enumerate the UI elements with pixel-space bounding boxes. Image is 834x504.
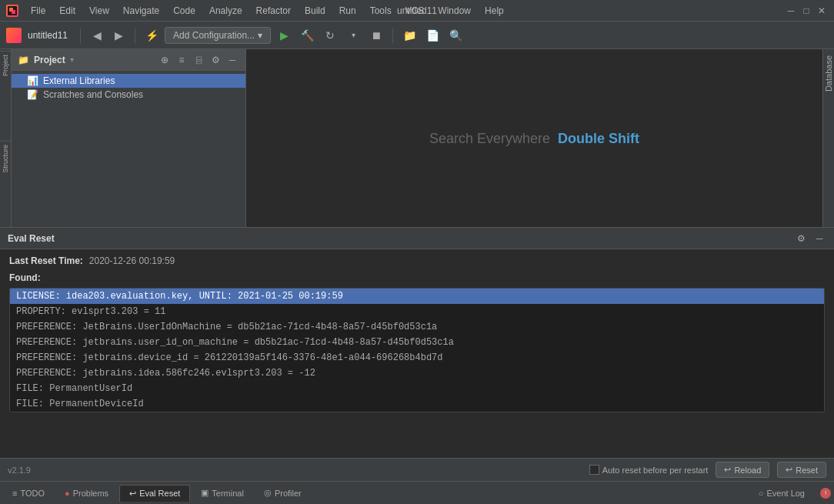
tab-todo[interactable]: ≡ TODO bbox=[3, 486, 54, 501]
menu-view[interactable]: View bbox=[83, 4, 115, 18]
add-configuration-button[interactable]: Add Configuration... ▾ bbox=[165, 27, 271, 44]
tab-terminal-label: Terminal bbox=[212, 489, 244, 498]
window-title: untitled11 bbox=[397, 5, 437, 16]
auto-reset-label: Auto reset before per restart bbox=[602, 466, 709, 475]
reload-dropdown-button[interactable]: ▾ bbox=[343, 25, 363, 45]
back-button[interactable]: ◀ bbox=[87, 25, 107, 45]
eval-reset-settings-icon[interactable]: ⚙ bbox=[794, 232, 808, 245]
result-item[interactable]: FILE: PermanentDeviceId bbox=[10, 396, 824, 412]
window-controls: ─ □ ✕ bbox=[785, 5, 828, 17]
result-item[interactable]: LICENSE: idea203.evaluation.key, UNTIL: … bbox=[10, 289, 824, 304]
menu-help[interactable]: Help bbox=[479, 4, 510, 18]
tab-problems[interactable]: ● Problems bbox=[55, 486, 118, 501]
reload-icon: ↩ bbox=[724, 465, 731, 475]
add-config-dropdown-icon: ▾ bbox=[258, 30, 262, 41]
sidebar-label-project[interactable]: Project bbox=[0, 51, 11, 79]
results-list: LICENSE: idea203.evaluation.key, UNTIL: … bbox=[9, 288, 825, 412]
run-button[interactable]: ▶ bbox=[274, 25, 294, 45]
panel-folder-icon: 📁 bbox=[18, 55, 29, 65]
separator-2 bbox=[135, 28, 135, 43]
result-item[interactable]: FILE: PermanentUserId bbox=[10, 381, 824, 396]
bottom-tabs: ≡ TODO ● Problems ↩ Eval Reset ▣ Termina… bbox=[0, 481, 834, 504]
tree-options-icon[interactable]: ⌸ bbox=[192, 53, 205, 67]
menu-build[interactable]: Build bbox=[299, 4, 332, 18]
tab-todo-label: TODO bbox=[20, 489, 45, 498]
project-panel-title: Project bbox=[34, 55, 65, 65]
menu-run[interactable]: Run bbox=[333, 4, 362, 18]
eval-reset-header: Eval Reset ⚙ ─ bbox=[0, 228, 834, 249]
jetbrains-logo bbox=[6, 5, 18, 17]
eval-reset-minimize-icon[interactable]: ─ bbox=[812, 232, 826, 245]
search-everywhere-button[interactable]: 🔍 bbox=[445, 25, 465, 45]
scope-icon[interactable]: ⊕ bbox=[158, 53, 172, 67]
menu-tools[interactable]: Tools bbox=[364, 4, 398, 18]
menu-analyze[interactable]: Analyze bbox=[203, 4, 249, 18]
menu-navigate[interactable]: Navigate bbox=[117, 4, 165, 18]
reload-button-status[interactable]: ↩ Reload bbox=[716, 462, 769, 478]
lightning-icon[interactable]: ⚡ bbox=[142, 25, 162, 45]
result-item[interactable]: PROPERTY: evlsprt3.203 = 11 bbox=[10, 304, 824, 319]
project-dropdown-icon[interactable]: ▾ bbox=[70, 55, 74, 64]
event-log-icon: ○ bbox=[759, 489, 764, 498]
reset-button-status[interactable]: ↩ Reset bbox=[777, 462, 826, 478]
gear-icon[interactable]: ⚙ bbox=[208, 53, 222, 67]
tree-item-external-libraries-label: External Libraries bbox=[43, 75, 115, 86]
eval-reset-title: Eval Reset bbox=[8, 233, 55, 244]
problems-icon: ● bbox=[65, 489, 70, 498]
tab-eval-reset[interactable]: ↩ Eval Reset bbox=[119, 485, 190, 502]
eval-reset-content: Last Reset Time: 2020-12-26 00:19:59 Fou… bbox=[0, 249, 834, 458]
close-button[interactable]: ✕ bbox=[816, 5, 828, 17]
tab-profiler-label: Profiler bbox=[275, 489, 302, 498]
error-indicator: ! bbox=[820, 488, 831, 499]
tab-terminal[interactable]: ▣ Terminal bbox=[192, 485, 253, 501]
tab-problems-label: Problems bbox=[73, 489, 108, 498]
scratches-icon: 📝 bbox=[27, 89, 38, 100]
todo-icon: ≡ bbox=[12, 489, 17, 498]
menu-edit[interactable]: Edit bbox=[53, 4, 82, 18]
main-content: Project Structure Favorites 📁 Project ▾ … bbox=[0, 49, 834, 481]
database-label[interactable]: Database bbox=[822, 49, 834, 98]
reset-label: Reset bbox=[796, 466, 818, 475]
open-file-button[interactable]: 📄 bbox=[422, 25, 442, 45]
project-panel: 📁 Project ▾ ⊕ ≡ ⌸ ⚙ ─ 📊 External Librari… bbox=[12, 49, 246, 227]
last-reset-label: Last Reset Time: bbox=[9, 255, 83, 266]
result-item[interactable]: PREFERENCE: JetBrains.UserIdOnMachine = … bbox=[10, 319, 824, 335]
menu-bar: File Edit View Navigate Code Analyze Ref… bbox=[25, 4, 510, 18]
eval-reset-status-bar: v2.1.9 Auto reset before per restart ↩ R… bbox=[0, 458, 834, 481]
terminal-icon: ▣ bbox=[201, 488, 208, 498]
search-hint: Search Everywhere Double Shift bbox=[429, 130, 639, 146]
reload-button[interactable]: ↻ bbox=[320, 25, 340, 45]
stop-button[interactable]: ⏹ bbox=[366, 25, 386, 45]
last-reset-row: Last Reset Time: 2020-12-26 00:19:59 bbox=[9, 255, 825, 266]
result-item[interactable]: PREFERENCE: jetbrains.idea.586fc246.evls… bbox=[10, 365, 824, 381]
minimize-button[interactable]: ─ bbox=[785, 5, 797, 17]
tree-item-external-libraries[interactable]: 📊 External Libraries bbox=[12, 74, 245, 88]
reset-icon: ↩ bbox=[786, 465, 792, 475]
sidebar-label-structure[interactable]: Structure bbox=[0, 141, 11, 176]
maximize-button[interactable]: □ bbox=[800, 5, 812, 17]
menu-code[interactable]: Code bbox=[167, 4, 202, 18]
menu-refactor[interactable]: Refactor bbox=[250, 4, 297, 18]
found-label: Found: bbox=[9, 272, 825, 283]
forward-button[interactable]: ▶ bbox=[108, 25, 128, 45]
version-label: v2.1.9 bbox=[8, 466, 31, 475]
coverage-button[interactable]: 📁 bbox=[399, 25, 419, 45]
tab-event-log[interactable]: ○ Event Log bbox=[749, 486, 814, 501]
status-left: v2.1.9 bbox=[8, 466, 31, 475]
menu-window[interactable]: Window bbox=[432, 4, 477, 18]
last-reset-value: 2020-12-26 00:19:59 bbox=[89, 255, 175, 266]
menu-file[interactable]: File bbox=[25, 4, 52, 18]
project-tree: 📊 External Libraries 📝 Scratches and Con… bbox=[12, 71, 245, 227]
result-item[interactable]: PREFERENCE: jetbrains.user_id_on_machine… bbox=[10, 335, 824, 350]
auto-reset-checkbox[interactable] bbox=[589, 465, 599, 475]
main-toolbar: untitled11 ◀ ▶ ⚡ Add Configuration... ▾ … bbox=[0, 22, 834, 49]
tab-profiler[interactable]: ◎ Profiler bbox=[255, 485, 311, 501]
minimize-panel-icon[interactable]: ─ bbox=[225, 53, 239, 67]
tree-item-scratches[interactable]: 📝 Scratches and Consoles bbox=[12, 88, 245, 102]
build-button[interactable]: 🔨 bbox=[297, 25, 317, 45]
tabs-right: ○ Event Log ! bbox=[749, 486, 831, 501]
result-item[interactable]: PREFERENCE: jetbrains.device_id = 261220… bbox=[10, 350, 824, 365]
eval-reset-panel: Eval Reset ⚙ ─ Last Reset Time: 2020-12-… bbox=[0, 227, 834, 481]
collapse-all-icon[interactable]: ≡ bbox=[175, 53, 188, 67]
search-hint-text: Search Everywhere bbox=[429, 130, 550, 146]
